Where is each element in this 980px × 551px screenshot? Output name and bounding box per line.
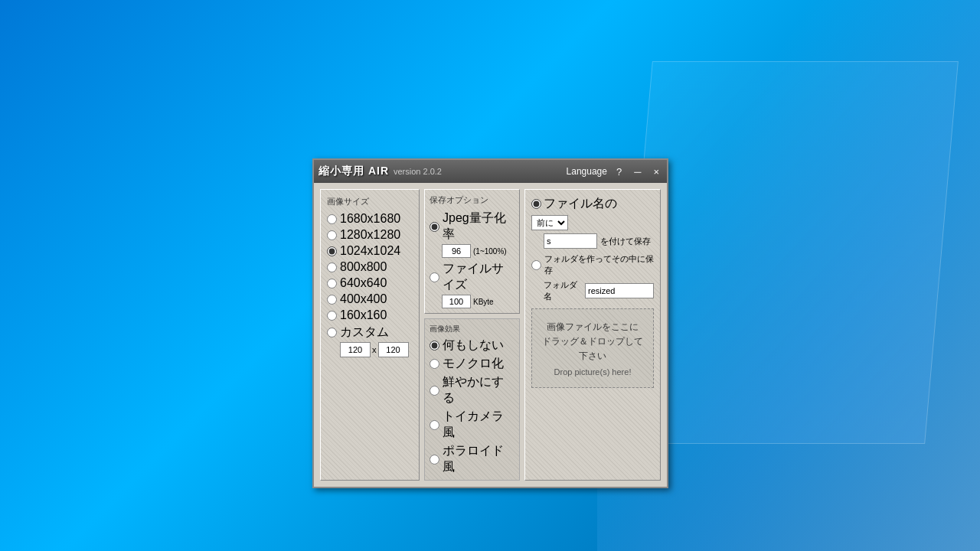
image-size-panel: 画像サイズ 1680x1680 1280x1280 1024x1024 800x… [320,189,420,481]
jpeg-label: Jpeg量子化率 [443,210,514,243]
size-custom-radio[interactable] [327,328,337,337]
effect-none-label: 何もしない [443,337,504,354]
filename-option1-radio[interactable] [531,199,541,209]
custom-height-input[interactable]: 120 [378,342,409,357]
right-panel: ファイル名の 前に 後に s を付けて保存 フォルダを作ってその中に保存 [524,189,661,481]
size-640-radio[interactable] [327,279,337,289]
effect-mono-item[interactable]: モノクロ化 [430,356,514,372]
effect-polaroid-radio[interactable] [430,455,439,465]
size-400-label: 400x400 [340,292,387,306]
save-options-panel: 保存オプション Jpeg量子化率 96 (1~100%) ファイルサイズ 100… [424,189,520,314]
size-custom-item[interactable]: カスタム [327,324,413,341]
jpeg-option-item[interactable]: Jpeg量子化率 [430,210,514,243]
folder-name-row: フォルダ名 resized [544,279,654,302]
desktop-bg-shape-2 [619,61,959,444]
custom-size-inputs: 120 x 120 [340,342,413,357]
filename-option2-section: フォルダを作ってその中に保存 フォルダ名 resized [531,253,654,302]
filename-option1-section: ファイル名の 前に 後に s を付けて保存 [531,196,654,249]
jpeg-value-input[interactable]: 96 [442,244,471,258]
custom-separator: x [372,345,377,354]
filename-option2-label: フォルダを作ってその中に保存 [544,253,654,276]
effect-toy-label: トイカメラ風 [443,409,514,441]
save-options-title: 保存オプション [430,194,514,206]
size-160-label: 160x160 [340,308,387,322]
size-1280-radio[interactable] [327,230,337,240]
filesize-label: ファイルサイズ [443,261,514,293]
title-bar: 縮小専用 AIR version 2.0.2 Language ? ─ × [314,160,667,183]
folder-name-label: フォルダ名 [544,279,582,302]
filename-option1-row: ファイル名の 前に 後に [531,196,654,230]
size-800-label: 800x800 [340,260,387,274]
filename-option2-radio[interactable] [531,260,541,270]
size-1024-item[interactable]: 1024x1024 [327,244,413,258]
size-custom-label: カスタム [340,324,389,341]
size-1680-radio[interactable] [327,214,337,224]
size-640-item[interactable]: 640x640 [327,276,413,290]
effect-none-radio[interactable] [430,341,439,350]
effect-vivid-radio[interactable] [430,386,439,396]
filesize-value-input[interactable]: 100 [442,295,471,308]
filename-option1-label: ファイル名の [544,196,617,212]
drop-zone-text: 画像ファイルをここに ドラッグ＆ドロップして下さい [540,320,645,364]
drop-zone-line2: ドラッグ＆ドロップして下さい [542,336,643,361]
size-1680-label: 1680x1680 [340,212,400,226]
size-1024-label: 1024x1024 [340,244,400,258]
drop-zone[interactable]: 画像ファイルをここに ドラッグ＆ドロップして下さい Drop picture(s… [531,308,654,388]
filesize-value-row: 100 KByte [442,295,514,308]
filename-text-row: s を付けて保存 [544,233,654,249]
filesize-option-item[interactable]: ファイルサイズ [430,261,514,293]
app-version: version 2.0.2 [394,167,442,176]
effect-polaroid-label: ポラロイド風 [443,443,514,475]
size-160-item[interactable]: 160x160 [327,308,413,322]
custom-width-input[interactable]: 120 [340,342,371,357]
effect-toy-item[interactable]: トイカメラ風 [430,409,514,441]
effect-vivid-item[interactable]: 鮮やかにする [430,374,514,406]
image-effect-title: 画像効果 [430,324,514,334]
language-button[interactable]: Language [567,166,607,177]
title-bar-right: Language ? ─ × [567,165,662,178]
middle-column: 保存オプション Jpeg量子化率 96 (1~100%) ファイルサイズ 100… [424,189,520,481]
filename-option2-item[interactable]: フォルダを作ってその中に保存 [531,253,654,276]
effect-radio-group: 何もしない モノクロ化 鮮やかにする トイカメラ風 [430,337,514,475]
filename-option1-item[interactable]: ファイル名の [531,196,617,212]
folder-name-input[interactable]: resized [585,283,654,298]
attach-label: を付けて保存 [600,236,651,247]
size-1024-radio[interactable] [327,246,337,256]
size-800-radio[interactable] [327,262,337,272]
jpeg-value-row: 96 (1~100%) [442,244,514,258]
close-button[interactable]: × [650,165,662,178]
effect-mono-label: モノクロ化 [443,356,504,372]
size-400-item[interactable]: 400x400 [327,292,413,306]
effect-none-item[interactable]: 何もしない [430,337,514,354]
size-1280-item[interactable]: 1280x1280 [327,228,413,242]
filesize-radio[interactable] [430,272,439,282]
minimize-button[interactable]: ─ [631,165,644,178]
effect-polaroid-item[interactable]: ポラロイド風 [430,443,514,475]
image-effect-panel: 画像効果 何もしない モノクロ化 鮮やかにする [424,318,520,481]
jpeg-range-label: (1~100%) [473,247,507,256]
image-size-title: 画像サイズ [327,196,413,207]
size-640-label: 640x640 [340,276,387,290]
drop-zone-line1: 画像ファイルをここに [547,321,639,332]
filename-position-dropdown[interactable]: 前に 後に [531,215,568,230]
size-1280-label: 1280x1280 [340,228,400,242]
help-button[interactable]: ? [613,165,625,178]
effect-mono-radio[interactable] [430,359,439,369]
effect-vivid-label: 鮮やかにする [443,374,514,406]
size-160-radio[interactable] [327,311,337,321]
drop-zone-en: Drop picture(s) here! [540,367,645,377]
app-title: 縮小専用 AIR [318,165,389,178]
jpeg-radio[interactable] [430,222,439,232]
size-800-item[interactable]: 800x800 [327,260,413,274]
title-bar-left: 縮小専用 AIR version 2.0.2 [318,165,442,178]
filename-prefix-input[interactable]: s [544,233,597,249]
size-1680-item[interactable]: 1680x1680 [327,212,413,226]
dialog-window: 縮小専用 AIR version 2.0.2 Language ? ─ × 画像… [312,158,668,488]
filesize-unit-label: KByte [473,298,494,306]
image-size-radio-group: 1680x1680 1280x1280 1024x1024 800x800 64… [327,212,413,341]
dialog-content: 画像サイズ 1680x1680 1280x1280 1024x1024 800x… [314,183,667,487]
size-400-radio[interactable] [327,295,337,305]
effect-toy-radio[interactable] [430,420,439,430]
